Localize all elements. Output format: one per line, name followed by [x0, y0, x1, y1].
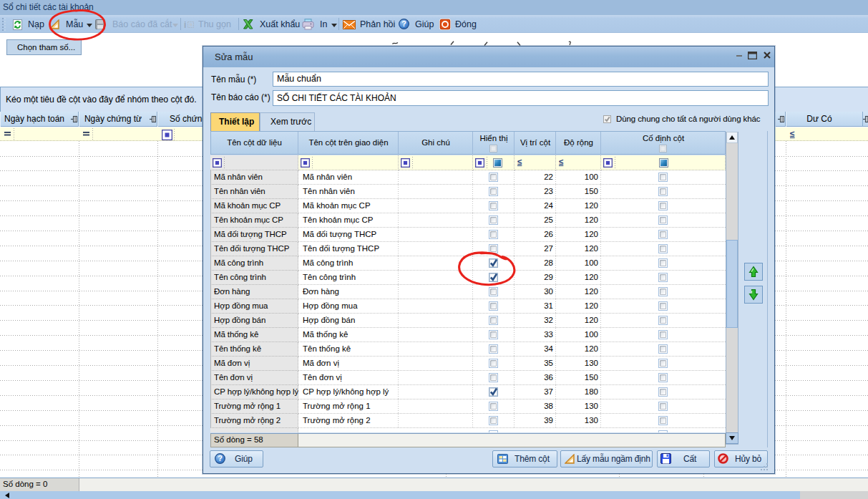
svg-text:?: ?	[401, 19, 406, 28]
svg-text:?: ?	[218, 454, 223, 462]
svg-text:i: i	[184, 20, 186, 30]
